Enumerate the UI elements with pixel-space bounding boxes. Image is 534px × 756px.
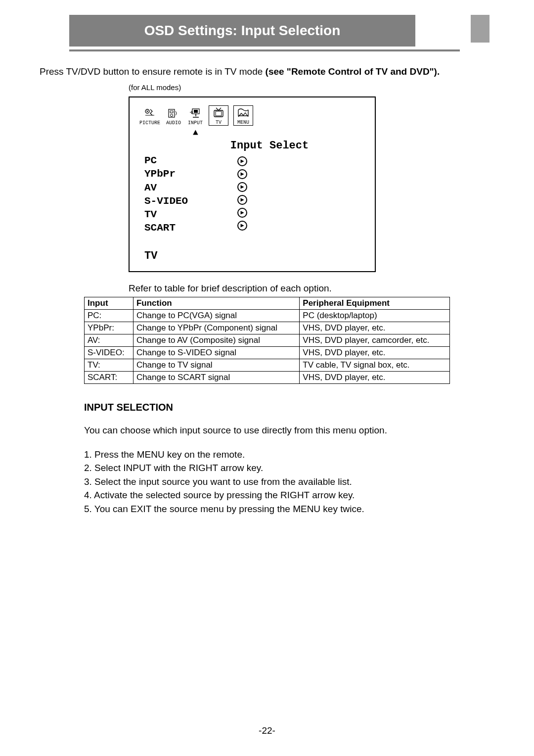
tv-icon — [210, 106, 227, 120]
cell-input: YPbPr: — [85, 322, 134, 334]
audio-icon — [165, 106, 182, 120]
svg-rect-5 — [194, 110, 198, 113]
step-item: 4. Activate the selected source by press… — [84, 488, 490, 502]
osd-item: AV — [144, 181, 188, 194]
play-arrow-icon: ▶ — [237, 180, 247, 192]
table-header: Peripheral Equipment — [300, 297, 450, 309]
osd-item: YPbPr — [144, 167, 188, 181]
osd-item: TV — [144, 208, 188, 221]
input-icon — [187, 106, 204, 120]
play-arrow-icon: ▶ — [237, 167, 247, 180]
osd-tab-picture: PICTURE — [139, 106, 160, 126]
table-row: PC: Change to PC(VGA) signal PC (desktop… — [85, 309, 450, 322]
cell-equipment: VHS, DVD player, etc. — [300, 322, 450, 334]
svg-rect-1 — [169, 109, 175, 117]
table-row: AV: Change to AV (Composite) signal VHS,… — [85, 334, 450, 346]
section-heading: INPUT SELECTION — [84, 402, 490, 413]
play-arrow-icon: ▶ — [237, 154, 247, 167]
cell-function: Change to PC(VGA) signal — [133, 309, 299, 322]
intro-prefix: Press TV/DVD button to ensure remote is … — [40, 66, 266, 77]
osd-screenshot: PICTURE AUDIO INPUT TV MENU ▲ — [129, 96, 376, 272]
table-header: Input — [85, 297, 134, 309]
cell-function: Change to YPbPr (Component) signal — [133, 322, 299, 334]
page-number: -22- — [0, 725, 534, 736]
table-header-row: Input Function Peripheral Equipment — [85, 297, 450, 309]
section-steps: 1. Press the MENU key on the remote. 2. … — [84, 448, 490, 516]
page-title-banner: OSD Settings: Input Selection — [69, 15, 415, 47]
step-item: 1. Press the MENU key on the remote. — [84, 448, 490, 462]
osd-input-list: PC YPbPr AV S-VIDEO TV SCART ▶ ▶ ▶ ▶ ▶ ▶ — [144, 154, 360, 235]
cell-function: Change to AV (Composite) signal — [133, 334, 299, 346]
svg-rect-2 — [170, 111, 173, 113]
osd-tab-menu: MENU — [233, 105, 253, 126]
osd-item: S-VIDEO — [144, 194, 188, 208]
cell-input: AV: — [85, 334, 134, 346]
osd-tab-label: MENU — [237, 120, 249, 125]
osd-input-names: PC YPbPr AV S-VIDEO TV SCART — [144, 154, 188, 235]
header-underline — [69, 49, 460, 51]
svg-point-3 — [171, 114, 173, 117]
table-row: SCART: Change to SCART signal VHS, DVD p… — [85, 371, 450, 383]
osd-tab-tv: TV — [209, 105, 228, 126]
osd-tab-label: INPUT — [188, 120, 203, 126]
modes-note: (for ALL modes) — [129, 83, 490, 92]
play-arrow-icon: ▶ — [237, 205, 247, 218]
side-tab — [471, 15, 490, 43]
osd-tabs-row: PICTURE AUDIO INPUT TV MENU — [139, 105, 365, 126]
step-item: 3. Select the input source you want to u… — [84, 475, 490, 489]
osd-tab-input: INPUT — [187, 106, 204, 126]
table-header: Function — [133, 297, 299, 309]
cell-equipment: VHS, DVD player, etc. — [300, 346, 450, 359]
osd-item: SCART — [144, 221, 188, 235]
step-item: 2. Select INPUT with the RIGHT arrow key… — [84, 461, 490, 475]
cell-function: Change to TV signal — [133, 359, 299, 371]
osd-tab-audio: AUDIO — [165, 106, 182, 126]
cell-input: PC: — [85, 309, 134, 322]
step-item: 5. You can EXIT the source menu by press… — [84, 502, 490, 516]
intro-bold: (see "Remote Control of TV and DVD"). — [266, 66, 440, 77]
page-title: OSD Settings: Input Selection — [144, 23, 341, 38]
cell-input: S-VIDEO: — [85, 346, 134, 359]
cell-input: SCART: — [85, 371, 134, 383]
osd-footer: TV — [139, 250, 365, 262]
osd-tab-label: PICTURE — [139, 120, 160, 126]
osd-body: Input Select PC YPbPr AV S-VIDEO TV SCAR… — [139, 138, 365, 250]
osd-tab-label: AUDIO — [166, 120, 181, 126]
cell-equipment: VHS, DVD player, camcorder, etc. — [300, 334, 450, 346]
osd-item: PC — [144, 154, 188, 167]
table-row: TV: Change to TV signal TV cable, TV sig… — [85, 359, 450, 371]
cell-equipment: VHS, DVD player, etc. — [300, 371, 450, 383]
osd-title: Input Select — [179, 140, 360, 152]
arrow-up-icon: ▲ — [193, 128, 365, 138]
play-arrow-icon: ▶ — [237, 218, 247, 231]
play-arrow-icon: ▶ — [237, 192, 247, 205]
menu-icon — [235, 106, 252, 120]
section-body: You can choose which input source to use… — [84, 425, 490, 436]
osd-input-arrows: ▶ ▶ ▶ ▶ ▶ ▶ — [237, 154, 247, 235]
table-row: S-VIDEO: Change to S-VIDEO signal VHS, D… — [85, 346, 450, 359]
cell-input: TV: — [85, 359, 134, 371]
picture-icon — [141, 106, 158, 120]
table-caption: Refer to table for brief description of … — [129, 283, 490, 294]
svg-rect-7 — [216, 111, 222, 116]
intro-text: Press TV/DVD button to ensure remote is … — [40, 66, 490, 77]
cell-equipment: TV cable, TV signal box, etc. — [300, 359, 450, 371]
table-row: YPbPr: Change to YPbPr (Component) signa… — [85, 322, 450, 334]
osd-tab-label: TV — [216, 120, 222, 125]
cell-function: Change to SCART signal — [133, 371, 299, 383]
cell-equipment: PC (desktop/laptop) — [300, 309, 450, 322]
cell-function: Change to S-VIDEO signal — [133, 346, 299, 359]
input-table: Input Function Peripheral Equipment PC: … — [84, 297, 450, 384]
